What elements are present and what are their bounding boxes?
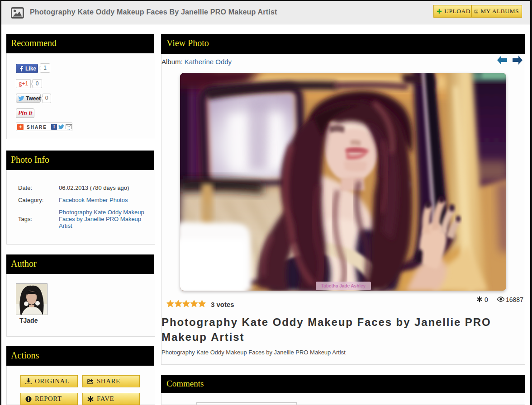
svg-text:Tabetha Jade Ashley: Tabetha Jade Ashley: [321, 283, 366, 288]
